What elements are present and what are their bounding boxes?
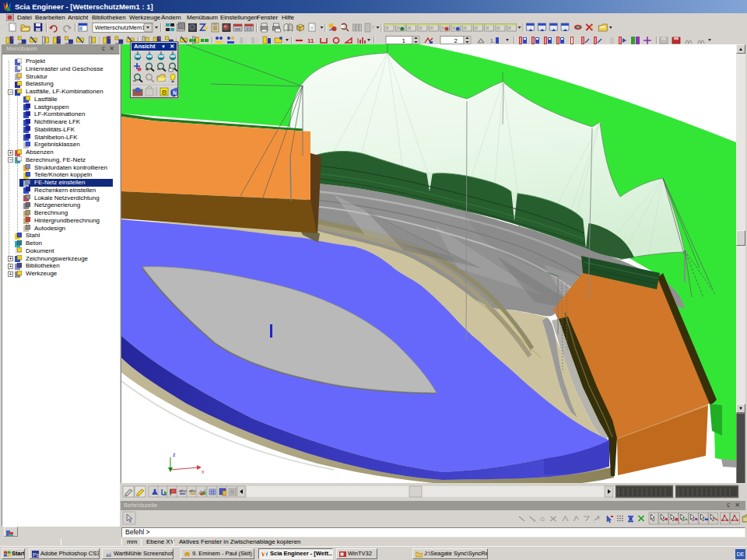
svg-text:?: ? bbox=[371, 24, 375, 31]
svg-text:G: G bbox=[540, 516, 545, 523]
svg-text:1: 1 bbox=[402, 37, 406, 44]
svg-text:abc: abc bbox=[179, 488, 187, 493]
svg-text:2: 2 bbox=[454, 37, 458, 44]
svg-text:Ps: Ps bbox=[33, 552, 39, 558]
svg-text:x: x bbox=[202, 469, 205, 474]
svg-text:WetterschutzMem1: WetterschutzMem1 bbox=[95, 24, 145, 31]
svg-text:1.: 1. bbox=[490, 38, 495, 44]
svg-text:abc: abc bbox=[189, 488, 197, 493]
svg-text:N: N bbox=[173, 90, 177, 96]
svg-text:B: B bbox=[162, 89, 167, 96]
svg-text:z: z bbox=[173, 452, 176, 457]
